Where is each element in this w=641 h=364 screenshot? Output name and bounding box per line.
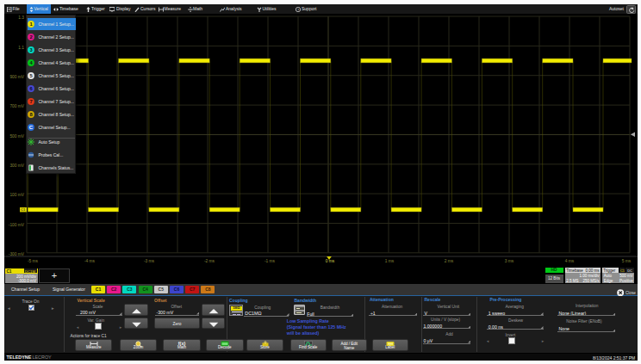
svg-text:2: 2	[29, 34, 32, 40]
svg-text:1.1: 1.1	[18, 46, 24, 50]
svg-text:100 mV: 100 mV	[9, 193, 24, 197]
svg-text:5 ms: 5 ms	[622, 259, 632, 263]
svg-text:C: C	[29, 125, 34, 130]
svg-text:-2 ms: -2 ms	[204, 259, 215, 263]
svg-text:300 mV: 300 mV	[9, 163, 24, 168]
svg-text:2 ms: 2 ms	[445, 259, 454, 263]
svg-text:900 mV: 900 mV	[9, 75, 24, 79]
svg-text:1.3: 1.3	[18, 15, 24, 20]
svg-text:4 ms: 4 ms	[565, 259, 575, 263]
svg-text:-100 mV: -100 mV	[9, 223, 25, 227]
svg-text:C1: C1	[21, 207, 26, 212]
svg-text:1 ms: 1 ms	[385, 259, 395, 263]
svg-text:-1 ms: -1 ms	[264, 259, 276, 263]
svg-text:-3 ms: -3 ms	[144, 259, 155, 263]
svg-text:-300 mV: -300 mV	[9, 252, 25, 256]
svg-text:0 ms: 0 ms	[326, 259, 335, 263]
svg-text:-5 ms: -5 ms	[28, 259, 39, 263]
svg-text:500 mV: 500 mV	[9, 134, 24, 139]
svg-text:700 mV: 700 mV	[9, 104, 24, 108]
svg-text:3 ms: 3 ms	[505, 259, 514, 263]
svg-text:-4 ms: -4 ms	[84, 259, 96, 263]
svg-text:7: 7	[29, 99, 32, 104]
